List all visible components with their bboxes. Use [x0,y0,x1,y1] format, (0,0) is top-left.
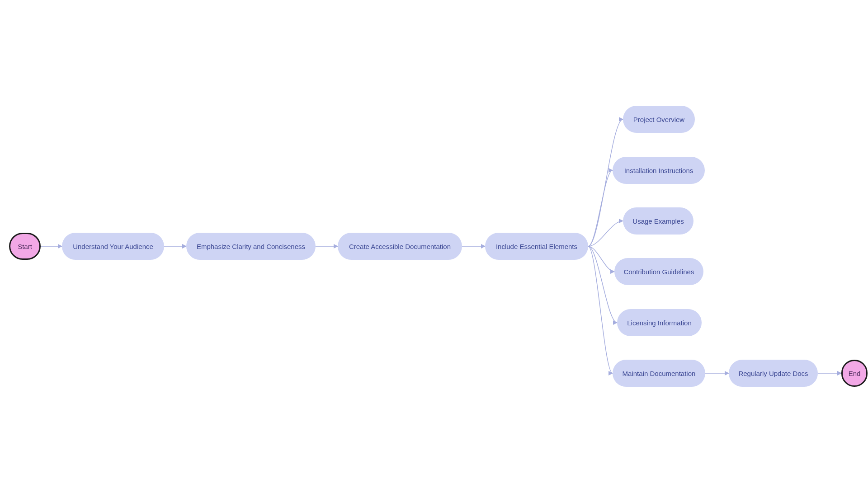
node-label: Understand Your Audience [73,243,153,250]
node-label: Include Essential Elements [496,243,577,250]
node-label: Emphasize Clarity and Conciseness [197,243,305,250]
node-label: Project Overview [633,116,684,123]
node-label: Regularly Update Docs [738,370,808,377]
node-label: Start [18,243,32,250]
node-label: Usage Examples [632,217,684,225]
node-label: Licensing Information [627,319,692,327]
node-end: End [841,360,868,387]
node-b3: Usage Examples [623,207,693,235]
node-label: Contribution Guidelines [624,268,694,276]
node-start: Start [9,233,41,260]
edge-n4-to-b1 [588,119,623,246]
node-n3: Create Accessible Documentation [338,233,462,260]
node-b5: Licensing Information [617,309,702,336]
node-b1: Project Overview [623,106,695,133]
node-label: End [849,370,861,377]
edge-n4-to-b5 [588,246,617,323]
node-n1: Understand Your Audience [62,233,164,260]
node-n4: Include Essential Elements [485,233,588,260]
node-label: Create Accessible Documentation [349,243,451,250]
node-label: Maintain Documentation [623,370,696,377]
edge-n4-to-b4 [588,246,614,272]
node-b4: Contribution Guidelines [614,258,703,285]
node-n2: Emphasize Clarity and Conciseness [186,233,316,260]
node-label: Installation Instructions [624,167,693,174]
edge-n4-to-b3 [588,221,623,246]
flowchart-canvas: StartUnderstand Your AudienceEmphasize C… [0,0,868,488]
node-b2: Installation Instructions [613,157,705,184]
edge-n4-to-b6 [588,246,613,373]
node-b6: Maintain Documentation [613,360,705,387]
edge-n4-to-b2 [588,170,613,246]
node-n5: Regularly Update Docs [729,360,818,387]
